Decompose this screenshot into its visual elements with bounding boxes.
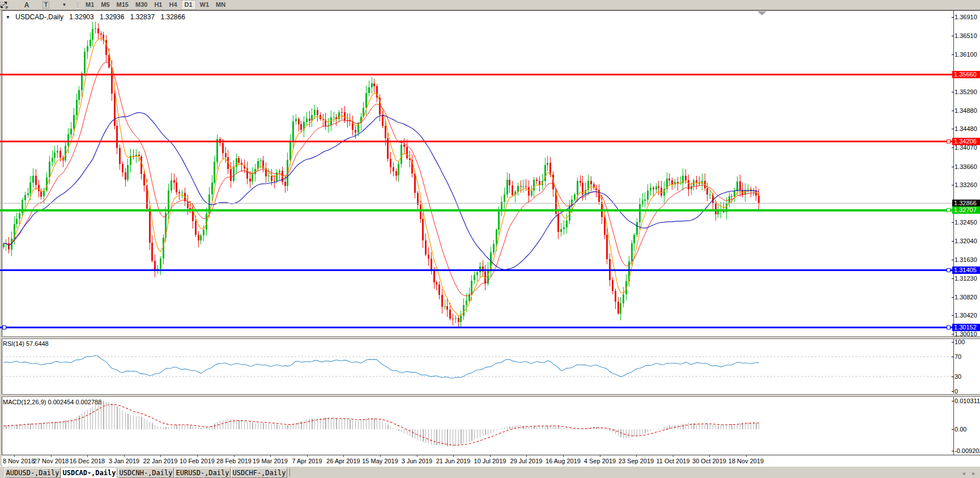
- price-tick: [952, 54, 954, 55]
- timeframe-button-h1[interactable]: H1: [151, 1, 165, 9]
- price-tick: [952, 129, 954, 129]
- rsi-level-label: 100: [955, 339, 965, 345]
- macd-tick: [952, 401, 954, 401]
- tab-usdchf[interactable]: USDCHF-,Daily: [231, 468, 287, 478]
- tab-audusd[interactable]: AUDUSD-,Daily: [5, 468, 61, 478]
- timeframe-button-m5[interactable]: M5: [98, 1, 112, 9]
- macd-signal-value: 0.002788: [75, 399, 101, 405]
- date-label: 21 Jun 2019: [436, 458, 471, 464]
- date-axis[interactable]: 8 Nov 201827 Nov 201816 Dec 20183 Jan 20…: [2, 455, 980, 466]
- tab-usdcnh[interactable]: USDCNH-,Daily: [118, 468, 174, 478]
- date-tick: [453, 455, 454, 457]
- price-tick-label: 1.31630: [955, 256, 977, 263]
- timeframe-button-w1[interactable]: W1: [197, 1, 212, 9]
- date-tick: [673, 455, 674, 457]
- macd-histogram: [3, 401, 760, 447]
- price-tick: [952, 167, 954, 167]
- macd-level-label: -0.009203: [955, 447, 980, 454]
- timeframe-button-d1[interactable]: D1: [181, 0, 196, 10]
- date-label: 10 Jul 2019: [474, 458, 506, 464]
- macd-value: 0.002454: [48, 399, 74, 405]
- timeframe-button-m1[interactable]: M1: [83, 1, 97, 9]
- date-label: 18 Nov 2019: [728, 458, 764, 464]
- tabs-scroll-left-icon[interactable]: ◄: [960, 470, 968, 477]
- label-icon[interactable]: T: [40, 1, 52, 9]
- date-label: 19 Mar 2019: [253, 458, 288, 464]
- ma-fast-line: [3, 38, 759, 316]
- date-tick: [490, 455, 491, 457]
- toolbar: F A T ▼ M1M5M15M30H1H4D1W1MN: [0, 0, 980, 10]
- date-label: 8 Nov 2018: [3, 458, 35, 464]
- price-tick-label: 1.34880: [955, 107, 977, 114]
- price-tick: [952, 17, 954, 18]
- ma-mid-line: [3, 62, 759, 296]
- timeframe-button-h4[interactable]: H4: [166, 1, 180, 9]
- price-tick: [952, 334, 954, 335]
- date-tick: [526, 455, 527, 457]
- date-tick: [709, 455, 710, 457]
- timeframe-button-m15[interactable]: M15: [114, 1, 131, 9]
- tab-eurusd[interactable]: EURUSD-,Daily: [174, 468, 231, 478]
- date-tick: [343, 455, 344, 457]
- date-tick: [234, 455, 235, 457]
- date-label: 16 Aug 2019: [546, 458, 581, 464]
- rsi-level-label: 30: [955, 373, 961, 380]
- rsi-indicator-label: RSI(14) 57.6448: [3, 340, 49, 347]
- date-tick: [270, 455, 271, 457]
- price-tick: [952, 222, 954, 223]
- rsi-chart[interactable]: [0, 339, 980, 394]
- price-badge: 1.30152: [952, 324, 980, 331]
- timeframe-button-mn[interactable]: MN: [213, 1, 228, 9]
- price-tick-label: 1.36510: [955, 32, 977, 39]
- main-chart[interactable]: [0, 11, 980, 336]
- date-label: 10 Feb 2019: [180, 458, 215, 464]
- tabs-scroll-right-icon[interactable]: ►: [970, 470, 978, 477]
- price-tick-label: 1.35290: [955, 88, 977, 95]
- macd-tick: [952, 429, 954, 430]
- price-tick: [952, 241, 954, 242]
- date-label: 26 Apr 2019: [326, 458, 360, 464]
- price-tick-label: 1.36100: [955, 51, 977, 58]
- rsi-tick: [952, 377, 954, 377]
- macd-level-label: 0.00: [955, 426, 966, 433]
- price-tick-label: 1.33260: [955, 181, 977, 188]
- price-tick: [952, 147, 954, 148]
- price-tick-label: 1.30420: [955, 312, 977, 319]
- price-tick: [952, 315, 954, 316]
- price-tick-label: 1.32040: [955, 238, 977, 244]
- date-tick: [636, 455, 637, 457]
- date-label: 22 Jan 2019: [143, 458, 178, 464]
- price-badge: 1.35660: [952, 71, 980, 78]
- rsi-tick: [952, 391, 954, 392]
- toolbar-grip[interactable]: [77, 1, 79, 9]
- date-tick: [124, 455, 125, 457]
- macd-tick: [952, 451, 954, 451]
- price-tick: [952, 260, 954, 260]
- price-badge: 1.31405: [952, 267, 980, 274]
- macd-level-label: 0.010311: [955, 397, 980, 404]
- price-tick: [952, 278, 954, 279]
- date-label: 27 Nov 2018: [33, 458, 69, 464]
- tab-usdcad[interactable]: USDCAD-,Daily: [61, 468, 117, 478]
- date-tick: [197, 455, 198, 457]
- date-tick: [14, 455, 15, 457]
- date-label: 3 Jun 2019: [402, 458, 432, 464]
- price-badge: 1.32707: [952, 206, 980, 214]
- rsi-value: 57.6448: [26, 340, 49, 347]
- price-tick-label: 1.30010: [955, 331, 977, 337]
- price-badge: 1.34206: [952, 138, 980, 145]
- timeframe-button-m30[interactable]: M30: [133, 1, 150, 9]
- chart-tabs: AUDUSD-,DailyUSDCAD-,DailyUSDCNH-,DailyE…: [5, 468, 290, 478]
- date-label: 4 Sep 2019: [584, 458, 616, 464]
- price-tick-label: 1.33660: [955, 163, 977, 170]
- dropdown-caret-icon: ▼: [62, 2, 67, 7]
- text-icon[interactable]: A: [20, 1, 33, 9]
- macd-axis-border: [953, 397, 954, 455]
- arrows-icon[interactable]: ▼: [58, 1, 70, 9]
- price-tick-label: 1.31230: [955, 275, 977, 282]
- mt4-window: F A T ▼ M1M5M15M30H1H4D1W1MN ▼ USDCAD-,D…: [0, 0, 980, 478]
- price-tick: [952, 297, 954, 298]
- price-tick: [952, 111, 954, 111]
- macd-name: MACD(12,26,9): [3, 399, 46, 405]
- macd-chart[interactable]: [0, 397, 980, 455]
